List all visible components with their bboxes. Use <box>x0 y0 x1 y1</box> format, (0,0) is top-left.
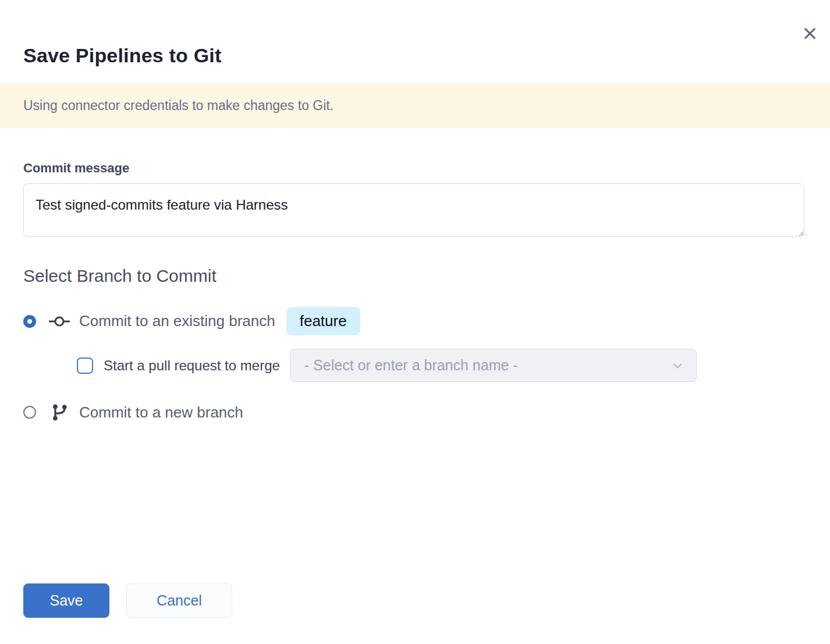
dialog-content: Commit message Test signed-commits featu… <box>0 161 830 423</box>
branch-name-badge: feature <box>286 307 360 335</box>
commit-message-input[interactable]: Test signed-commits feature via Harness <box>23 183 804 237</box>
save-button[interactable]: Save <box>23 583 109 618</box>
save-pipelines-dialog: Save Pipelines to Git Using connector cr… <box>0 0 830 644</box>
start-pull-request-checkbox[interactable] <box>77 358 93 374</box>
git-branch-icon <box>49 402 70 423</box>
chevron-down-icon <box>671 359 684 373</box>
new-branch-radio[interactable] <box>23 406 36 419</box>
merge-branch-placeholder: - Select or enter a branch name - <box>304 357 671 374</box>
existing-branch-row: Commit to an existing branch feature <box>23 307 807 335</box>
cancel-button[interactable]: Cancel <box>126 583 232 618</box>
git-commit-icon <box>49 311 70 332</box>
dialog-title: Save Pipelines to Git <box>23 44 830 67</box>
dialog-actions: Save Cancel <box>23 583 232 618</box>
existing-branch-label[interactable]: Commit to an existing branch <box>79 312 275 330</box>
new-branch-label[interactable]: Commit to a new branch <box>79 404 243 422</box>
existing-branch-radio[interactable] <box>23 315 36 328</box>
start-pull-request-label[interactable]: Start a pull request to merge <box>104 358 280 374</box>
banner-text: Using connector credentials to make chan… <box>23 98 334 114</box>
branch-section-heading: Select Branch to Commit <box>23 266 807 286</box>
commit-message-label: Commit message <box>23 161 807 176</box>
new-branch-row: Commit to a new branch <box>23 402 807 423</box>
pull-request-row: Start a pull request to merge - Select o… <box>77 349 807 382</box>
merge-branch-select[interactable]: - Select or enter a branch name - <box>290 349 697 382</box>
close-icon <box>802 26 818 41</box>
credentials-banner: Using connector credentials to make chan… <box>0 83 830 128</box>
close-button[interactable] <box>800 24 819 43</box>
